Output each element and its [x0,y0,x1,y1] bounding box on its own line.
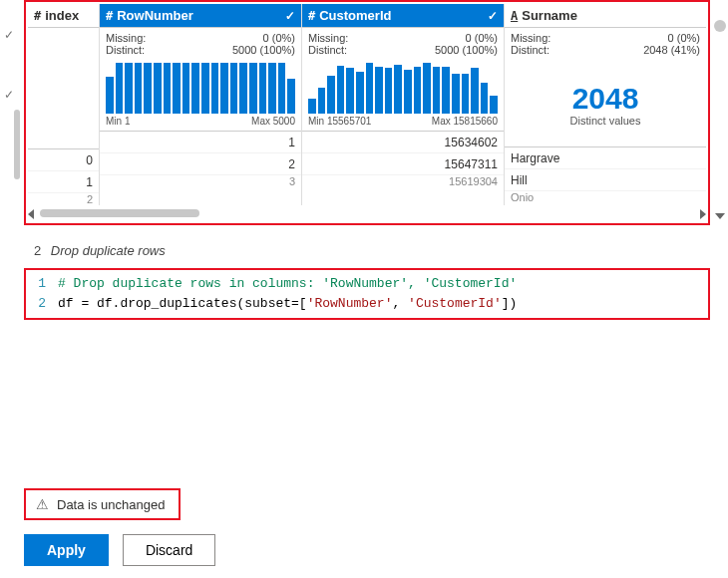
histogram-bar [239,63,247,114]
cell-index[interactable]: 1 [28,171,99,193]
histogram-bar [356,72,364,114]
column-histogram [100,58,301,114]
histogram-bar [481,83,489,114]
histogram-bar [287,79,295,114]
histogram-bar [433,67,441,114]
cell-rownumber[interactable]: 1 [100,132,301,153]
histogram-bar [191,63,199,114]
code-string: 'CustomerId' [408,294,502,314]
histogram-bar [490,96,498,114]
column-stats: Missing:0 (0%) Distinct:5000 (100%) [302,28,504,58]
column-surname[interactable]: A Surname Missing:0 (0%) Distinct:2048 (… [505,4,706,205]
histogram-bar [164,63,172,114]
cell-index[interactable]: 0 [28,149,99,171]
status-message: ⚠ Data is unchanged [24,488,181,520]
horizontal-scrollbar[interactable] [28,207,706,221]
histogram-bar [211,63,219,114]
histogram-bar [346,68,354,114]
number-type-icon: # [106,9,113,23]
text-type-icon: A [511,9,518,23]
code-comment: # Drop duplicate rows in columns: 'RowNu… [58,274,517,294]
histogram-bar [259,63,267,114]
column-header-label: index [45,8,79,23]
column-header-label: CustomerId [319,8,391,23]
histogram-bar [452,74,460,114]
histogram-bar [462,74,470,114]
histogram-bar [414,67,422,114]
cell-customerid[interactable]: 15619304 [302,175,504,187]
histogram-bar [144,63,152,114]
histogram-bar [268,63,276,114]
histogram-bar [308,99,316,114]
gutter-scrollbar[interactable] [14,110,20,209]
column-header-label: RowNumber [117,8,193,23]
histogram-bar [423,63,431,114]
distinct-summary: 2048 Distinct values [505,58,706,147]
column-header-index[interactable]: # index [28,4,99,28]
line-number: 1 [26,274,58,294]
check-icon: ✓ [488,9,498,23]
column-customerid[interactable]: # CustomerId ✓ Missing:0 (0%) Distinct:5… [302,4,505,205]
histogram-bar [385,68,393,114]
histogram-bar [173,63,181,114]
column-header-rownumber[interactable]: # RowNumber ✓ [100,4,301,28]
code-punct: , [392,294,408,314]
cell-customerid[interactable]: 15634602 [302,132,504,153]
histogram-bar [135,63,143,114]
column-profile-placeholder [28,28,99,149]
column-range: Min 1 Max 5000 [100,114,301,132]
column-range: Min 15565701 Max 15815660 [302,114,504,132]
code-punct: ]) [502,294,518,314]
histogram-bar [337,66,345,114]
discard-button[interactable]: Discard [123,534,215,566]
column-rownumber[interactable]: # RowNumber ✓ Missing:0 (0%) Distinct:50… [100,4,302,205]
number-type-icon: # [308,9,315,23]
column-stats: Missing:0 (0%) Distinct:2048 (41%) [505,28,706,58]
action-bar: Apply Discard [24,534,710,566]
histogram-bar [404,70,412,114]
histogram-bar [116,63,124,114]
cell-rownumber[interactable]: 2 [100,153,301,175]
column-index[interactable]: # index 0 1 2 [28,4,100,205]
code-preview[interactable]: 1 # Drop duplicate rows in columns: 'Row… [24,268,710,320]
histogram-bar [201,63,209,114]
check-icon: ✓ [4,28,14,42]
step-name: Drop duplicate rows [51,243,166,258]
cell-surname[interactable]: Hill [505,169,706,191]
column-header-customerid[interactable]: # CustomerId ✓ [302,4,504,28]
histogram-bar [220,63,228,114]
cell-rownumber[interactable]: 3 [100,175,301,187]
cell-surname[interactable]: Hargrave [505,147,706,169]
cell-gutter: ✓ ✓ [0,0,24,578]
histogram-bar [366,63,374,114]
apply-button[interactable]: Apply [24,534,109,566]
step-number: 2 [34,243,41,258]
histogram-bar [125,63,133,114]
histogram-bar [471,68,479,114]
check-icon: ✓ [285,9,295,23]
scroll-right-icon[interactable] [700,209,706,219]
distinct-label: Distinct values [509,115,702,127]
histogram-bar [442,67,450,114]
cell-index[interactable]: 2 [28,193,99,205]
code-string: 'RowNumber' [307,294,393,314]
cell-customerid[interactable]: 15647311 [302,153,504,175]
scrollbar-thumb[interactable] [14,110,20,179]
step-title: 2 Drop duplicate rows [34,243,710,258]
histogram-bar [106,77,114,114]
cell-surname[interactable]: Onio [505,191,706,203]
check-icon: ✓ [4,88,14,102]
histogram-bar [278,63,286,114]
number-type-icon: # [34,9,41,23]
column-stats: Missing:0 (0%) Distinct:5000 (100%) [100,28,301,58]
scrollbar-thumb[interactable] [40,209,199,217]
data-grid-panel: # index 0 1 2 # RowNumber ✓ Missing:0 (0… [24,0,710,225]
histogram-bar [375,67,383,114]
histogram-bar [182,63,190,114]
column-header-surname[interactable]: A Surname [505,4,706,28]
histogram-bar [394,65,402,114]
histogram-bar [327,76,335,114]
warning-icon: ⚠ [36,496,49,512]
scroll-left-icon[interactable] [28,209,34,219]
distinct-count: 2048 [509,82,702,115]
